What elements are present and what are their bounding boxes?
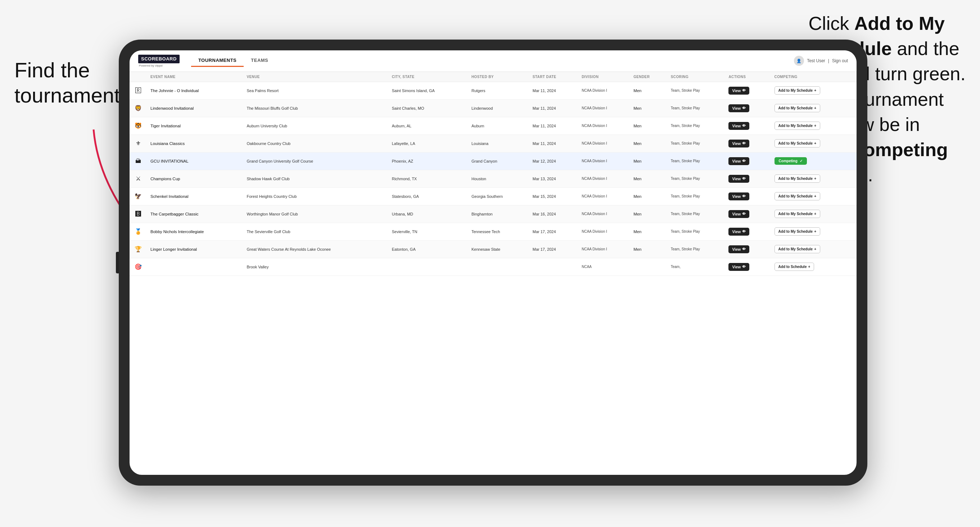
venue: Brook Valley [243, 258, 388, 276]
start-date: Mar 13, 2024 [529, 170, 578, 187]
gender [630, 258, 667, 276]
view-button[interactable]: View 👁 [729, 210, 749, 218]
competing-cell: Competing ✓ [771, 152, 857, 170]
competing-cell: Add to My Schedule + [771, 135, 857, 152]
tablet-device: SCOREBOARD Powered by clippd TOURNAMENTS… [119, 40, 867, 486]
hosted-by: Grand Canyon [468, 152, 529, 170]
add-to-schedule-button[interactable]: Add to My Schedule + [775, 227, 820, 236]
actions-cell: View 👁 [725, 258, 770, 276]
add-to-schedule-button[interactable]: Add to My Schedule + [775, 139, 820, 148]
view-button[interactable]: View 👁 [729, 263, 749, 271]
user-avatar: 👤 [794, 56, 804, 66]
venue: Great Waters Course At Reynolds Lake Oco… [243, 240, 388, 258]
plus-icon: + [808, 265, 810, 269]
col-event-name: EVENT NAME [147, 72, 243, 82]
tournament-table-container: EVENT NAME VENUE CITY, STATE HOSTED BY S… [130, 72, 857, 475]
event-name: GCU INVITATIONAL [147, 152, 243, 170]
team-logo: ⚜ [130, 135, 147, 152]
signout-link[interactable]: Sign out [832, 58, 848, 63]
city [388, 258, 468, 276]
competing-button[interactable]: Competing ✓ [775, 157, 807, 165]
start-date: Mar 11, 2024 [529, 117, 578, 135]
add-to-schedule-button[interactable]: Add to My Schedule + [775, 175, 820, 183]
event-name: Linger Longer Invitational [147, 240, 243, 258]
view-button[interactable]: View 👁 [729, 192, 749, 200]
event-name: Champions Cup [147, 170, 243, 187]
add-to-schedule-button[interactable]: Add to My Schedule + [775, 192, 820, 200]
eye-icon: 👁 [742, 212, 746, 216]
table-row: 🅱The Carpetbagger ClassicWorthington Man… [130, 205, 857, 223]
gender: Men [630, 240, 667, 258]
team-logo: 🅁 [130, 82, 147, 99]
app-header: SCOREBOARD Powered by clippd TOURNAMENTS… [130, 50, 857, 72]
col-gender: GENDER [630, 72, 667, 82]
scoring: Team, Stroke Play [667, 117, 725, 135]
scoring: Team, [667, 258, 725, 276]
scoring: Team, Stroke Play [667, 223, 725, 240]
eye-icon: 👁 [742, 141, 746, 145]
gender: Men [630, 223, 667, 240]
city: Lafayette, LA [388, 135, 468, 152]
eye-icon: 👁 [742, 159, 746, 163]
view-button[interactable]: View 👁 [729, 87, 749, 95]
eye-icon: 👁 [742, 89, 746, 92]
add-to-schedule-button[interactable]: Add to My Schedule + [775, 86, 820, 95]
plus-icon: + [814, 177, 816, 181]
add-to-schedule-button[interactable]: Add to My Schedule + [775, 122, 820, 130]
division: NCAA Division I [578, 170, 630, 187]
venue: Forest Heights Country Club [243, 187, 388, 205]
col-competing: COMPETING [771, 72, 857, 82]
venue: Worthington Manor Golf Club [243, 205, 388, 223]
start-date: Mar 17, 2024 [529, 240, 578, 258]
start-date: Mar 15, 2024 [529, 187, 578, 205]
city: Saint Charles, MO [388, 99, 468, 117]
gender: Men [630, 99, 667, 117]
view-button[interactable]: View 👁 [729, 228, 749, 236]
tablet-handle [116, 252, 119, 273]
scoring: Team, Stroke Play [667, 187, 725, 205]
hosted-by: Tennessee Tech [468, 223, 529, 240]
col-city: CITY, STATE [388, 72, 468, 82]
tournament-table: EVENT NAME VENUE CITY, STATE HOSTED BY S… [130, 72, 857, 276]
table-row: 🏆Linger Longer InvitationalGreat Waters … [130, 240, 857, 258]
separator: | [828, 58, 829, 63]
gender: Men [630, 117, 667, 135]
division: NCAA Division I [578, 223, 630, 240]
plus-icon: + [814, 212, 816, 216]
table-row: 🎯Brook ValleyNCAATeam,View 👁Add to Sched… [130, 258, 857, 276]
city: Eatonton, GA [388, 240, 468, 258]
actions-cell: View 👁 [725, 240, 770, 258]
view-button[interactable]: View 👁 [729, 157, 749, 165]
competing-cell: Add to Schedule + [771, 258, 857, 276]
hosted-by: Binghamton [468, 205, 529, 223]
tab-teams[interactable]: TEAMS [243, 55, 275, 67]
start-date: Mar 11, 2024 [529, 82, 578, 99]
competing-cell: Add to My Schedule + [771, 187, 857, 205]
add-to-schedule-button[interactable]: Add to Schedule + [775, 263, 815, 271]
actions-cell: View 👁 [725, 82, 770, 99]
table-row: 🐯Tiger InvitationalAuburn University Clu… [130, 117, 857, 135]
view-button[interactable]: View 👁 [729, 175, 749, 183]
view-button[interactable]: View 👁 [729, 245, 749, 253]
actions-cell: View 👁 [725, 170, 770, 187]
tab-tournaments[interactable]: TOURNAMENTS [191, 55, 243, 67]
scoring: Team, Stroke Play [667, 205, 725, 223]
eye-icon: 👁 [742, 230, 746, 233]
view-button[interactable]: View 👁 [729, 104, 749, 112]
table-row: 🅁The Johnnie - O IndividualSea Palms Res… [130, 82, 857, 99]
plus-icon: + [814, 230, 816, 233]
header-right: 👤 Test User | Sign out [794, 56, 848, 66]
start-date: Mar 17, 2024 [529, 223, 578, 240]
eye-icon: 👁 [742, 124, 746, 128]
actions-cell: View 👁 [725, 99, 770, 117]
add-to-schedule-button[interactable]: Add to My Schedule + [775, 104, 820, 112]
table-row: 🏔GCU INVITATIONALGrand Canyon University… [130, 152, 857, 170]
view-button[interactable]: View 👁 [729, 140, 749, 148]
city: Urbana, MD [388, 205, 468, 223]
venue: Grand Canyon University Golf Course [243, 152, 388, 170]
add-to-schedule-button[interactable]: Add to My Schedule + [775, 210, 820, 218]
event-name: Tiger Invitational [147, 117, 243, 135]
scoring: Team, Stroke Play [667, 240, 725, 258]
view-button[interactable]: View 👁 [729, 122, 749, 130]
add-to-schedule-button[interactable]: Add to My Schedule + [775, 245, 820, 253]
